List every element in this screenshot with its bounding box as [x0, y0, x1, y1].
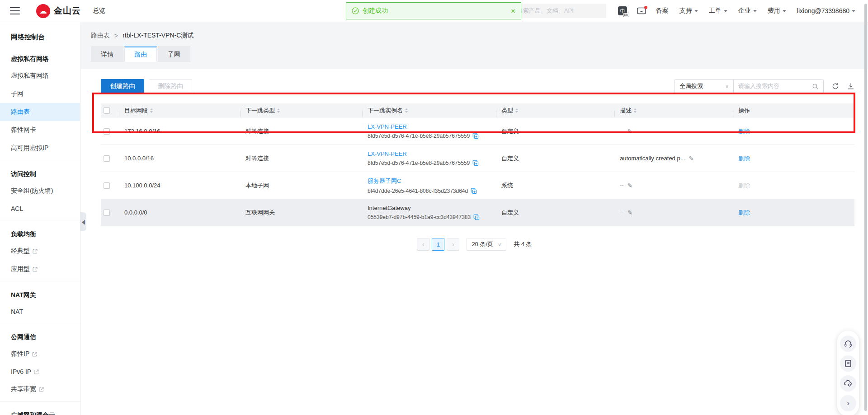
- sidebar-group-header: NAT网关: [0, 284, 80, 303]
- sidebar-item-安全组(防火墙)[interactable]: 安全组(防火墙): [0, 182, 80, 200]
- copy-button[interactable]: [471, 188, 477, 194]
- column-label: 操作: [738, 107, 750, 115]
- sidebar-item-子网[interactable]: 子网: [0, 85, 80, 103]
- row-checkbox[interactable]: [104, 128, 110, 135]
- edit-description-icon[interactable]: ✎: [627, 128, 633, 135]
- row-checkbox[interactable]: [104, 155, 110, 162]
- action-cell: 删除: [733, 127, 854, 135]
- instance-id: 8fd57e5d-d576-471e-b5e8-29ab57675559: [368, 133, 479, 139]
- tab-详情[interactable]: 详情: [91, 47, 123, 62]
- menu-billing[interactable]: 费用: [768, 7, 786, 15]
- sidebar-group: NAT网关NAT: [0, 281, 80, 320]
- copy-button[interactable]: [472, 160, 479, 166]
- type-value: 系统: [501, 182, 513, 190]
- cidr-cell: 172.16.0.0/16: [119, 128, 240, 135]
- chevron-down-icon: ∨: [498, 242, 501, 247]
- sidebar-item-虚拟私有网络[interactable]: 虚拟私有网络: [0, 67, 80, 85]
- beian-link[interactable]: 备案: [656, 7, 669, 15]
- prev-page-button: ‹: [417, 238, 429, 251]
- sidebar-item-应用型[interactable]: 应用型: [0, 260, 80, 278]
- sort-icon[interactable]: [634, 108, 637, 113]
- tab-路由[interactable]: 路由: [124, 47, 157, 62]
- route-table: 目标网段下一跳类型下一跳实例名类型描述操作 172.16.0.0/16对等连接L…: [101, 103, 854, 226]
- toast-close-icon[interactable]: ×: [511, 7, 515, 15]
- create-route-button[interactable]: 创建路由: [101, 79, 144, 93]
- instance-name-link[interactable]: LX-VPN-PEER: [368, 150, 479, 157]
- message-center-icon[interactable]: [637, 7, 646, 14]
- instance-name-link[interactable]: 服务器子网C: [368, 177, 477, 185]
- delete-route-link[interactable]: 删除: [738, 209, 750, 217]
- support-headset-button[interactable]: [840, 336, 856, 352]
- type-cell: 系统: [496, 182, 614, 190]
- sidebar-item-NAT[interactable]: NAT: [0, 303, 80, 320]
- console-title: 网络控制台: [0, 22, 80, 46]
- refresh-icon[interactable]: [832, 83, 839, 90]
- edit-description-icon[interactable]: ✎: [627, 209, 633, 216]
- page-size-value: 20 条/页: [472, 240, 493, 248]
- tab-子网[interactable]: 子网: [158, 47, 190, 62]
- expand-widget-button[interactable]: ›: [840, 395, 856, 411]
- cidr-cell: 10.100.0.0/24: [119, 182, 240, 189]
- page-size-select[interactable]: 20 条/页 ∨: [467, 238, 506, 251]
- delete-route-link[interactable]: 删除: [738, 127, 750, 135]
- sidebar-item-弹性IP[interactable]: 弹性IP: [0, 345, 80, 363]
- sidebar-item-ACL[interactable]: ACL: [0, 200, 80, 217]
- instance-id: 8fd57e5d-d576-471e-b5e8-29ab57675559: [368, 160, 479, 166]
- sidebar-item-经典型[interactable]: 经典型: [0, 242, 80, 260]
- language-toggle-icon[interactable]: 中 EN: [618, 6, 627, 15]
- row-checkbox[interactable]: [104, 182, 110, 189]
- sidebar-collapse-button[interactable]: ◀: [80, 212, 86, 231]
- delete-route-link[interactable]: 删除: [738, 154, 750, 163]
- edit-description-icon[interactable]: ✎: [627, 182, 633, 189]
- row-checkbox[interactable]: [104, 210, 110, 216]
- instance-id: bf4d7dde-26e5-4641-808c-f35d2373d64d: [368, 188, 477, 194]
- edit-description-icon[interactable]: ✎: [689, 155, 694, 162]
- instance-name-link[interactable]: LX-VPN-PEER: [368, 123, 479, 130]
- overview-link[interactable]: 总览: [93, 7, 105, 15]
- column-header-操作: 操作: [733, 107, 854, 115]
- type-value: 自定义: [501, 127, 519, 135]
- lang-sub: EN: [623, 13, 629, 17]
- cloud-notify-button[interactable]: [840, 375, 856, 392]
- cidr-value: 0.0.0.0/0: [124, 209, 147, 216]
- desc-cell: --✎: [614, 128, 733, 135]
- sidebar: 网络控制台 虚拟私有网络虚拟私有网络子网路由表弹性网卡高可用虚拟IP访问控制安全…: [0, 22, 80, 415]
- menu-workorder[interactable]: 工单: [709, 7, 727, 15]
- sort-icon[interactable]: [150, 108, 153, 113]
- sidebar-item-共享带宽[interactable]: 共享带宽: [0, 380, 80, 398]
- sidebar-group: 公网通信弹性IPIPv6 IP共享带宽: [0, 323, 80, 398]
- copy-icon: [472, 160, 479, 166]
- docs-button[interactable]: [840, 355, 856, 372]
- table-search-input[interactable]: 请输入搜索内容: [733, 79, 824, 93]
- scope-select-value: 全局搜索: [679, 82, 703, 90]
- copy-button[interactable]: [472, 133, 479, 139]
- copy-icon: [471, 188, 477, 194]
- menu-support[interactable]: 支持: [679, 7, 698, 15]
- search-scope-select[interactable]: 全局搜索 ∨: [675, 79, 733, 93]
- breadcrumb-route-tables[interactable]: 路由表: [91, 32, 110, 40]
- sort-icon[interactable]: [277, 108, 280, 113]
- vertical-scrollbar[interactable]: [864, 4, 867, 411]
- sidebar-group-header: 公网通信: [0, 326, 80, 345]
- sidebar-item-高可用虚拟IP[interactable]: 高可用虚拟IP: [0, 139, 80, 157]
- sidebar-item-弹性网卡[interactable]: 弹性网卡: [0, 121, 80, 139]
- menu-enterprise[interactable]: 企业: [738, 7, 757, 15]
- table-row: 172.16.0.0/16对等连接LX-VPN-PEER8fd57e5d-d57…: [101, 118, 854, 145]
- brand-logo[interactable]: ☁ 金山云: [36, 4, 81, 18]
- download-icon[interactable]: [847, 83, 854, 90]
- page-number-button[interactable]: 1: [432, 238, 444, 251]
- external-link-icon: [33, 267, 38, 272]
- caret-down-icon: [852, 10, 855, 12]
- account-menu[interactable]: lixiong@73398680: [797, 7, 855, 14]
- sidebar-item-路由表[interactable]: 路由表: [0, 103, 80, 121]
- select-all-checkbox[interactable]: [104, 107, 110, 114]
- sidebar-group: 访问控制安全组(防火墙)ACL: [0, 160, 80, 217]
- sidebar-item-IPv6 IP[interactable]: IPv6 IP: [0, 363, 80, 380]
- hamburger-menu-icon[interactable]: [10, 7, 20, 14]
- sort-icon[interactable]: [515, 108, 518, 113]
- cloud-bell-icon: [844, 379, 853, 388]
- sort-icon[interactable]: [405, 108, 408, 113]
- sidebar-group-header: 访问控制: [0, 163, 80, 182]
- copy-button[interactable]: [473, 214, 480, 220]
- floating-helper-widget: ›: [837, 331, 859, 415]
